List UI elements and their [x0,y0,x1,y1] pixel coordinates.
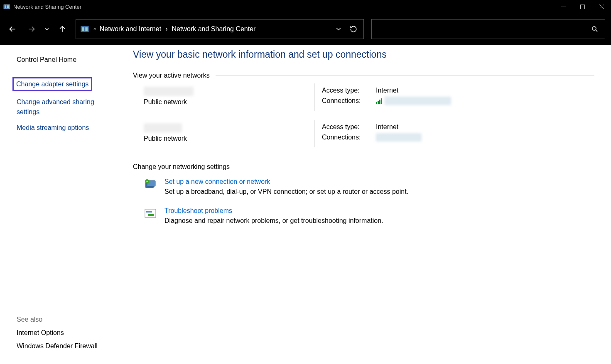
setup-connection-link[interactable]: Set up a new connection or network [164,178,408,186]
change-adapter-settings-link[interactable]: Change adapter settings [12,77,92,91]
troubleshoot-item: Troubleshoot problems Diagnose and repai… [144,207,594,225]
control-panel-icon [80,24,89,34]
svg-rect-20 [146,211,152,213]
svg-rect-12 [85,27,88,31]
windows-defender-firewall-link[interactable]: Windows Defender Firewall [17,342,112,350]
back-button[interactable] [4,21,21,37]
media-streaming-options-link[interactable]: Media streaming options [17,123,112,133]
control-panel-home-link[interactable]: Control Panel Home [17,55,112,65]
search-box[interactable] [371,19,605,39]
navigation-bar: « Network and Internet › Network and Sha… [0,13,611,45]
breadcrumb-network-internet[interactable]: Network and Internet [100,25,162,33]
setup-connection-desc: Set up a broadband, dial-up, or VPN conn… [164,188,408,195]
close-button[interactable] [592,0,611,13]
up-button[interactable] [54,21,71,37]
search-button[interactable] [587,22,602,37]
window-title: Network and Sharing Center [13,4,81,10]
troubleshoot-desc: Diagnose and repair network problems, or… [164,217,383,225]
svg-rect-4 [580,5,584,9]
svg-point-13 [592,27,596,30]
active-networks-header: View your active networks [133,72,594,79]
network-name-redacted [144,123,182,132]
breadcrumb-root-chevron[interactable]: « [93,26,96,32]
network-type: Public network [144,135,314,142]
connections-label: Connections: [322,134,376,141]
troubleshoot-icon [144,207,157,220]
connection-name-redacted[interactable] [385,97,451,105]
access-type-value: Internet [376,87,398,94]
breadcrumb-network-sharing-center[interactable]: Network and Sharing Center [172,25,256,33]
see-also-label: See also [17,316,112,323]
change-settings-header: Change your networking settings [133,163,594,171]
connections-label: Connections: [322,97,376,105]
network-name-redacted [144,87,194,96]
recent-locations-button[interactable] [42,21,52,37]
svg-text:+: + [146,180,148,183]
svg-line-14 [596,30,597,32]
chevron-right-icon: › [165,25,167,33]
minimize-button[interactable] [554,0,573,13]
app-icon [3,3,10,10]
main-area: Control Panel Home Change adapter settin… [0,45,611,364]
network-entry: Public network Access type: Internet Con… [144,87,594,107]
access-type-label: Access type: [322,87,376,94]
change-advanced-sharing-link[interactable]: Change advanced sharing settings [17,97,112,117]
access-type-value: Internet [376,123,398,131]
refresh-button[interactable] [346,22,361,37]
setup-connection-item: + Set up a new connection or network Set… [144,178,594,195]
svg-rect-21 [148,214,154,216]
svg-rect-19 [145,209,156,217]
internet-options-link[interactable]: Internet Options [17,329,112,337]
address-history-button[interactable] [331,22,346,37]
content-pane: View your basic network information and … [125,45,611,364]
svg-rect-1 [5,5,6,8]
maximize-button[interactable] [573,0,592,13]
connection-name-redacted[interactable] [376,133,422,142]
svg-rect-11 [82,27,84,31]
access-type-label: Access type: [322,123,376,131]
wifi-signal-icon [376,98,382,104]
search-input[interactable] [372,25,587,33]
network-type: Public network [144,98,314,106]
title-bar: Network and Sharing Center [0,0,611,13]
troubleshoot-link[interactable]: Troubleshoot problems [164,207,383,215]
setup-connection-icon: + [144,178,157,191]
network-entry: Public network Access type: Internet Con… [144,123,594,144]
page-title: View your basic network information and … [133,49,594,60]
forward-button[interactable] [23,21,40,37]
address-bar[interactable]: « Network and Internet › Network and Sha… [76,19,364,39]
svg-rect-2 [7,5,9,8]
sidebar: Control Panel Home Change adapter settin… [0,45,125,364]
